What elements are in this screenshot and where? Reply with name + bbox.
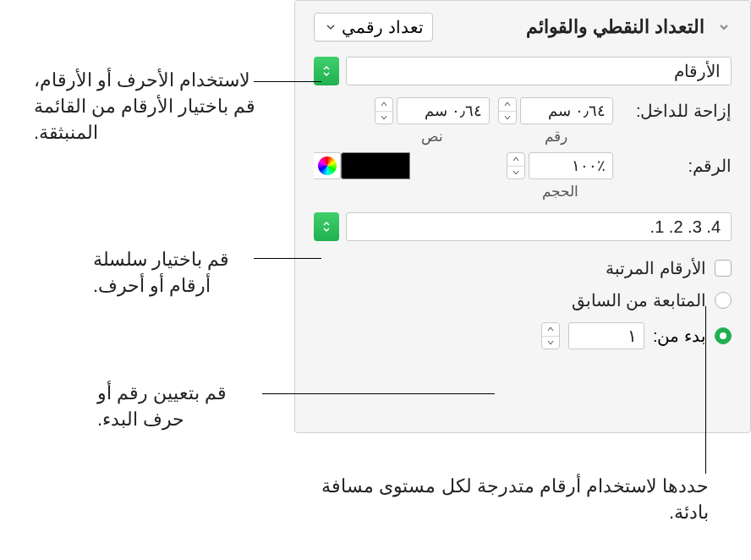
sequence-popup-button[interactable] bbox=[314, 212, 339, 241]
numbers-type-row: الأرقام bbox=[314, 57, 732, 85]
continue-radio[interactable] bbox=[715, 292, 732, 309]
tiered-numbers-checkbox[interactable] bbox=[715, 260, 732, 277]
continue-label: المتابعة من السابق bbox=[572, 290, 706, 310]
callout-line bbox=[254, 258, 321, 259]
indent-number-sublabel: رقم bbox=[545, 128, 567, 145]
start-from-input[interactable]: ١ bbox=[568, 322, 644, 349]
tiered-numbers-label: الأرقام المرتبة bbox=[606, 258, 706, 278]
stepper-down-icon bbox=[376, 112, 392, 124]
indent-number-group: ٠٫٦٤ سم رقم bbox=[498, 97, 613, 145]
number-size-row: الرقم: ١٠٠٪ الحجم bbox=[314, 152, 732, 200]
continue-radio-row: المتابعة من السابق bbox=[314, 290, 732, 310]
indent-text-input[interactable]: ٠٫٦٤ سم bbox=[397, 97, 490, 124]
stepper-down-icon bbox=[507, 167, 524, 179]
number-size-input[interactable]: ١٠٠٪ bbox=[529, 152, 613, 179]
section-title: التعداد النقطي والقوائم bbox=[526, 16, 704, 38]
indent-text-group: ٠٫٦٤ سم نص bbox=[375, 97, 490, 145]
number-size-group: ١٠٠٪ الحجم bbox=[507, 152, 613, 200]
number-color-group bbox=[314, 152, 410, 179]
bullets-lists-panel: التعداد النقطي والقوائم تعداد رقمي الأرق… bbox=[294, 0, 751, 433]
numbers-type-field[interactable]: الأرقام bbox=[346, 57, 732, 85]
start-from-row: بدء من: ١ bbox=[314, 322, 732, 349]
stepper-down-icon bbox=[499, 112, 516, 124]
indent-row: إزاحة للداخل: ٠٫٦٤ سم رقم ٠٫٦٤ سم نص bbox=[314, 97, 732, 145]
indent-number-stepper[interactable] bbox=[498, 97, 517, 124]
panel-header: التعداد النقطي والقوائم تعداد رقمي bbox=[314, 13, 732, 41]
number-label: الرقم: bbox=[622, 152, 732, 176]
sequence-row: .1 .2 .3 .4 bbox=[314, 212, 732, 241]
callout-tiered: حددها لاستخدام أرقام متدرجة لكل مستوى مس… bbox=[311, 474, 709, 526]
list-style-value: تعداد رقمي bbox=[342, 17, 424, 37]
stepper-up-icon bbox=[507, 153, 524, 167]
tiered-numbers-row: الأرقام المرتبة bbox=[314, 258, 732, 278]
indent-text-stepper[interactable] bbox=[375, 97, 393, 124]
indent-text-sublabel: نص bbox=[421, 128, 443, 145]
indent-label: إزاحة للداخل: bbox=[622, 97, 732, 121]
stepper-up-icon bbox=[376, 98, 392, 112]
callout-line bbox=[262, 393, 495, 394]
stepper-down-icon bbox=[542, 337, 559, 349]
callout-numbers-popup: لاستخدام الأحرف أو الأرقام، قم باختيار ا… bbox=[34, 68, 262, 145]
number-size-sublabel: الحجم bbox=[542, 183, 578, 200]
callout-line bbox=[254, 81, 321, 82]
list-style-dropdown[interactable]: تعداد رقمي bbox=[314, 13, 433, 41]
callout-start: قم بتعيين رقم أو حرف البدء. bbox=[97, 381, 266, 433]
disclosure-triangle-icon[interactable] bbox=[716, 19, 732, 35]
number-size-stepper[interactable] bbox=[507, 152, 525, 179]
stepper-up-icon bbox=[499, 98, 516, 112]
indent-number-input[interactable]: ٠٫٦٤ سم bbox=[520, 97, 613, 124]
start-from-stepper[interactable] bbox=[541, 322, 560, 349]
start-from-radio[interactable] bbox=[715, 327, 732, 344]
stepper-up-icon bbox=[542, 323, 559, 337]
callout-line bbox=[705, 306, 706, 474]
sequence-field[interactable]: .1 .2 .3 .4 bbox=[346, 212, 732, 241]
color-picker-button[interactable] bbox=[314, 152, 341, 179]
start-from-label: بدء من: bbox=[653, 326, 706, 346]
callout-sequence: قم باختيار سلسلة أرقام أو أحرف. bbox=[93, 247, 262, 299]
chevron-down-icon bbox=[326, 21, 335, 33]
color-swatch[interactable] bbox=[341, 152, 410, 179]
color-wheel-icon bbox=[318, 156, 337, 175]
